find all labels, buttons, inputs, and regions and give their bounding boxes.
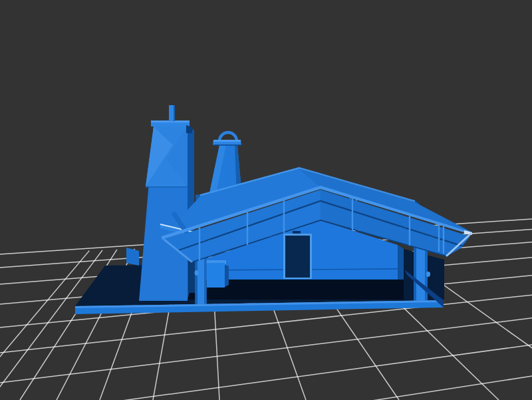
chimney-small-cap-lip (213, 140, 241, 142)
column-peg-3 (426, 272, 430, 277)
wall-corner-sliver (398, 245, 404, 280)
column-peg-2 (195, 270, 199, 276)
porch-column-right-shade (414, 244, 416, 303)
mailbox-front (207, 263, 225, 288)
door-opening (285, 236, 310, 278)
chimney-left-pipe-side (174, 105, 175, 121)
viewport-canvas[interactable] (0, 0, 532, 400)
model-viewer-viewport[interactable] (0, 0, 532, 400)
door-lintel-notch (293, 231, 301, 234)
